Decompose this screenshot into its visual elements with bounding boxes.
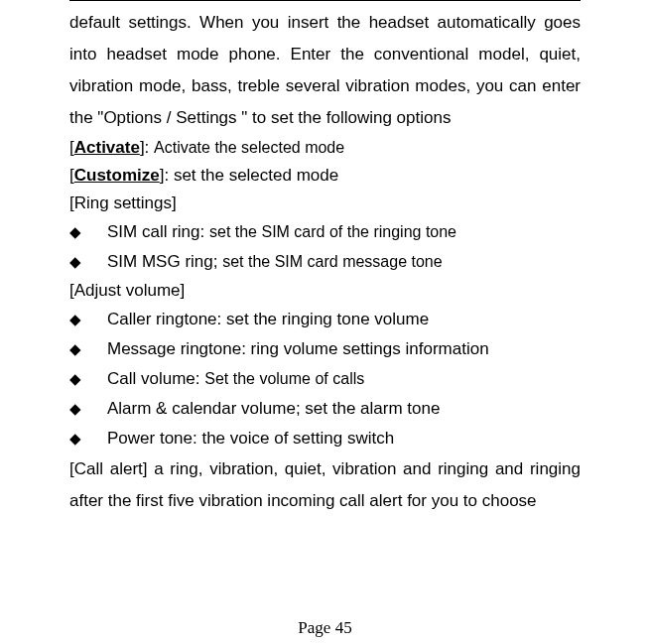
ring-settings-header: [Ring settings] [69,190,581,217]
list-item: ◆ SIM MSG ring; set the SIM card message… [69,247,581,277]
list-item: ◆ Message ringtone: ring volume settings… [69,334,581,364]
diamond-icon: ◆ [69,247,107,277]
intro-paragraph: default settings. When you insert the he… [69,7,581,134]
customize-line: [Customize]: set the selected mode [69,162,581,190]
list-item: ◆ Power tone: the voice of setting switc… [69,424,581,453]
list-item: ◆ Caller ringtone: set the ringing tone … [69,305,581,334]
ring-settings-list: ◆ SIM call ring: set the SIM card of the… [69,217,581,277]
list-text: Power tone: the voice of setting switch [107,424,394,453]
activate-desc: Activate the selected mode [154,139,344,156]
list-text: Alarm & calendar volume; set the alarm t… [107,394,440,424]
list-text: SIM call ring: set the SIM card of the r… [107,217,456,247]
customize-label: Customize [74,166,160,185]
adjust-volume-list: ◆ Caller ringtone: set the ringing tone … [69,305,581,453]
list-item: ◆ SIM call ring: set the SIM card of the… [69,217,581,247]
diamond-icon: ◆ [69,217,107,247]
list-item: ◆ Call volume: Set the volume of calls [69,364,581,394]
list-text: Call volume: Set the volume of calls [107,364,364,394]
top-rule [69,0,581,1]
activate-line: [Activate]: Activate the selected mode [69,134,581,162]
diamond-icon: ◆ [69,394,107,424]
page-number: Page 45 [0,618,650,638]
call-alert-paragraph: [Call alert] a ring, vibration, quiet, v… [69,453,581,517]
diamond-icon: ◆ [69,305,107,334]
list-text: Caller ringtone: set the ringing tone vo… [107,305,429,334]
customize-desc: set the selected mode [174,166,338,185]
activate-label: Activate [74,138,140,157]
page-container: default settings. When you insert the he… [0,0,650,644]
diamond-icon: ◆ [69,424,107,453]
list-text: SIM MSG ring; set the SIM card message t… [107,247,443,277]
list-item: ◆ Alarm & calendar volume; set the alarm… [69,394,581,424]
adjust-volume-header: [Adjust volume] [69,277,581,305]
diamond-icon: ◆ [69,334,107,364]
diamond-icon: ◆ [69,364,107,394]
list-text: Message ringtone: ring volume settings i… [107,334,489,364]
